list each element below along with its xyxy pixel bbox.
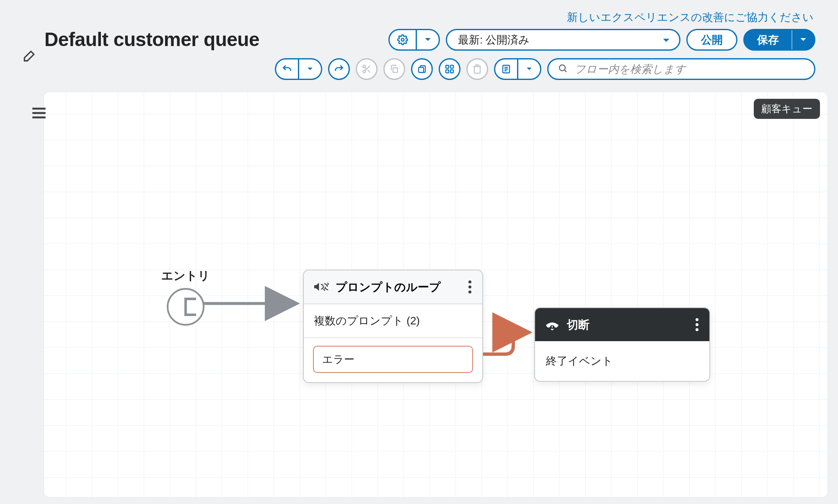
chevron-down-icon [662,33,670,46]
svg-rect-3 [393,68,398,72]
settings-menu[interactable] [388,29,440,51]
notes-caret-icon[interactable] [518,59,540,79]
delete-icon [466,58,488,80]
undo-group[interactable] [275,58,322,80]
loop-block-header[interactable]: プロンプトのループ [304,270,482,304]
cut-icon [356,58,378,80]
redo-icon[interactable] [328,58,350,80]
disangup-block-more-icon[interactable] [694,316,700,333]
svg-point-2 [363,70,365,73]
disconnect-block-header[interactable]: 切断 [535,308,709,341]
flow-search[interactable] [547,58,815,80]
notes-group[interactable] [494,58,541,80]
entry-node[interactable]: エントリ [161,268,210,326]
copy-icon [383,58,405,80]
sidebar-toggle-icon[interactable] [30,104,48,123]
entry-label: エントリ [161,268,210,284]
save-button-group[interactable]: 保存 [743,29,815,51]
undo-caret-icon[interactable] [299,59,321,79]
search-icon [558,63,568,75]
svg-rect-7 [450,65,453,68]
hangup-icon [544,319,560,331]
notes-icon[interactable] [495,59,517,79]
settings-caret-icon[interactable] [417,30,439,49]
page-title: Default customer queue [44,29,259,50]
svg-point-0 [401,39,404,41]
undo-icon[interactable] [276,59,298,79]
gear-icon[interactable] [390,30,416,49]
disconnect-block-subtitle: 終了イベント [535,341,709,381]
version-selected-label: 最新: 公開済み [458,33,530,47]
search-input[interactable] [574,63,805,76]
svg-rect-5 [419,67,424,72]
disconnect-block-title: 切断 [567,317,687,332]
entry-start-icon[interactable] [167,288,204,326]
save-caret-icon[interactable] [792,30,814,49]
save-button[interactable]: 保存 [745,30,791,49]
svg-rect-6 [446,65,449,68]
paste-icon[interactable] [411,58,433,80]
arrange-icon[interactable] [439,58,460,80]
loop-block-error-output[interactable]: エラー [313,346,473,373]
version-dropdown[interactable]: 最新: 公開済み [446,29,680,51]
edit-title-icon[interactable] [23,49,37,63]
loop-block-more-icon[interactable] [467,279,473,295]
loop-block-title: プロンプトのループ [336,280,460,295]
svg-rect-8 [446,70,449,73]
audio-loop-icon [313,281,329,293]
feedback-link[interactable]: 新しいエクスペリエンスの改善にご協力ください [23,10,815,25]
publish-button[interactable]: 公開 [686,29,737,51]
flow-type-badge: 顧客キュー [754,99,820,119]
title-area: Default customer queue [23,29,259,63]
loop-block-prompt-row[interactable]: 複数のプロンプト (2) [304,304,482,338]
flow-canvas[interactable]: 顧客キュー エントリ [44,92,828,498]
svg-rect-9 [450,70,453,73]
svg-point-11 [559,65,565,71]
loop-prompts-block[interactable]: プロンプトのループ 複数のプロンプト (2) エラー [303,270,483,383]
svg-point-1 [363,65,365,68]
disconnect-block[interactable]: 切断 終了イベント [534,307,710,382]
